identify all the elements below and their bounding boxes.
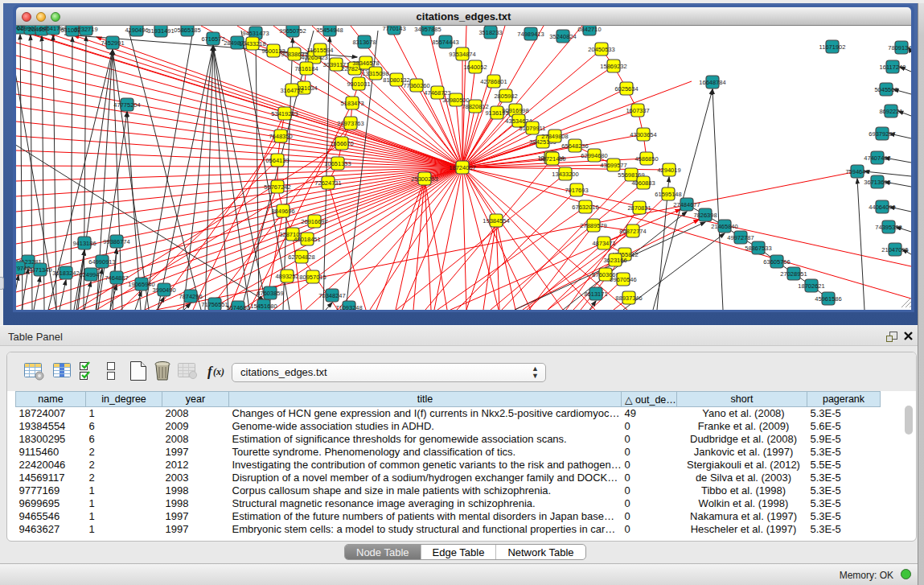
svg-text:7770143: 7770143: [382, 26, 405, 32]
svg-text:51079911: 51079911: [519, 125, 546, 132]
svg-text:78091343: 78091343: [888, 44, 911, 51]
svg-text:05865185: 05865185: [174, 27, 200, 34]
svg-text:47407482: 47407482: [864, 154, 890, 162]
svg-text:10433218: 10433218: [239, 40, 265, 47]
svg-text:38346578: 38346578: [352, 60, 379, 67]
svg-text:8849696: 8849696: [271, 208, 294, 215]
svg-text:19065940: 19065940: [128, 281, 154, 288]
svg-text:48018451: 48018451: [294, 236, 320, 243]
svg-text:4586850: 4586850: [634, 155, 658, 163]
svg-text:61595148: 61595148: [655, 191, 681, 198]
svg-text:7917693: 7917693: [565, 187, 588, 194]
svg-text:9413186: 9413186: [72, 240, 96, 247]
svg-text:18702621: 18702621: [798, 282, 824, 290]
svg-text:3518233: 3518233: [478, 29, 502, 36]
svg-text:27484677: 27484677: [673, 201, 700, 208]
svg-text:13433200: 13433200: [552, 171, 578, 178]
svg-text:1640052: 1640052: [463, 64, 487, 71]
svg-text:3990490: 3990490: [152, 286, 175, 294]
svg-text:42786801: 42786801: [480, 78, 507, 85]
svg-text:21047095: 21047095: [881, 246, 908, 253]
svg-text:26916697: 26916697: [301, 218, 327, 225]
svg-text:4190496: 4190496: [125, 27, 148, 34]
svg-text:7464887: 7464887: [105, 274, 128, 282]
svg-text:99386774: 99386774: [103, 238, 129, 245]
svg-text:69379237: 69379237: [869, 130, 895, 138]
svg-text:6716572: 6716572: [201, 35, 224, 43]
svg-text:67632016: 67632016: [572, 204, 598, 211]
svg-text:5674680: 5674680: [226, 304, 249, 311]
svg-text:47468723: 47468723: [424, 89, 450, 97]
svg-text:7452991: 7452991: [101, 39, 124, 47]
svg-text:21465840: 21465840: [711, 223, 737, 230]
svg-text:43303654: 43303654: [630, 131, 656, 138]
svg-text:49972787: 49972787: [727, 234, 754, 241]
svg-text:72624731: 72624731: [314, 179, 341, 187]
svg-text:10651333: 10651333: [324, 160, 351, 167]
svg-text:15869232: 15869232: [600, 63, 626, 70]
svg-text:1656670: 1656670: [330, 140, 353, 147]
svg-text:11671902: 11671902: [819, 43, 846, 51]
svg-text:44064090: 44064090: [869, 204, 895, 211]
svg-text:19384554: 19384554: [483, 217, 509, 225]
svg-text:58867533: 58867533: [745, 245, 771, 252]
svg-text:71756551: 71756551: [201, 301, 228, 308]
svg-text:7816184: 7816184: [294, 65, 318, 72]
svg-text:16648784: 16648784: [699, 79, 725, 86]
svg-text:6025634: 6025634: [614, 85, 638, 93]
svg-text:53767242: 53767242: [264, 183, 290, 191]
svg-text:25300293: 25300293: [411, 175, 437, 183]
svg-text:36713695: 36713695: [864, 179, 890, 186]
svg-text:77360260: 77360260: [403, 82, 429, 89]
svg-text:87603859: 87603859: [257, 290, 283, 297]
svg-text:2805982: 2805982: [494, 93, 517, 100]
svg-text:47775204: 47775204: [113, 101, 140, 109]
svg-text:4471349: 4471349: [28, 266, 51, 274]
svg-text:9232719: 9232719: [74, 26, 97, 33]
svg-text:31931491: 31931491: [147, 27, 174, 35]
svg-text:43699577: 43699577: [600, 162, 626, 169]
svg-text:71093248: 71093248: [335, 304, 362, 311]
svg-text:18724007: 18724007: [449, 164, 475, 171]
svg-text:93534874: 93534874: [449, 51, 475, 58]
svg-text:3164752: 3164752: [280, 87, 303, 94]
svg-text:99650752: 99650752: [279, 27, 306, 35]
svg-text:16117240: 16117240: [880, 64, 906, 71]
svg-text:3623166: 3623166: [603, 257, 626, 264]
svg-text:7594647: 7594647: [845, 168, 869, 175]
svg-text:80957015: 80957015: [299, 274, 326, 281]
svg-text:5183473: 5183473: [340, 100, 363, 107]
svg-text:64990913: 64990913: [88, 258, 115, 266]
svg-text:74989413: 74989413: [517, 31, 544, 38]
svg-text:4294019: 4294019: [657, 167, 680, 174]
svg-text:4873471: 4873471: [592, 240, 615, 247]
svg-text:(x): (x): [213, 366, 224, 377]
svg-text:4060883: 4060883: [631, 179, 655, 187]
svg-text:8313678: 8313678: [352, 39, 376, 46]
svg-text:7826398: 7826398: [693, 212, 717, 219]
svg-text:35454948: 35454948: [316, 27, 343, 34]
svg-text:88937346: 88937346: [615, 295, 642, 302]
svg-text:20450533: 20450533: [588, 46, 614, 53]
svg-text:27889579: 27889579: [580, 222, 606, 229]
svg-text:09670546: 09670546: [610, 276, 636, 283]
svg-text:0842710: 0842710: [577, 26, 601, 33]
svg-text:2870831: 2870831: [627, 204, 651, 212]
svg-text:38721489: 38721489: [539, 155, 565, 163]
svg-text:7874296: 7874296: [179, 293, 202, 300]
svg-text:62704828: 62704828: [288, 253, 314, 261]
svg-text:45961586: 45961586: [815, 295, 841, 303]
svg-text:86872774: 86872774: [619, 228, 646, 235]
svg-text:4893252: 4893252: [275, 273, 298, 280]
svg-text:0564139: 0564139: [265, 157, 289, 164]
svg-text:5045562: 5045562: [874, 86, 897, 93]
svg-text:63605766: 63605766: [763, 258, 790, 266]
svg-text:70348247: 70348247: [318, 292, 345, 299]
svg-text:11615594: 11615594: [307, 47, 334, 54]
svg-text:34957885: 34957885: [414, 26, 441, 33]
svg-text:9301031: 9301031: [347, 80, 370, 88]
svg-text:36183242: 36183242: [52, 270, 79, 277]
svg-text:27849808: 27849808: [541, 133, 568, 140]
svg-text:35240824: 35240824: [549, 33, 576, 40]
svg-text:15451680: 15451680: [250, 303, 277, 310]
